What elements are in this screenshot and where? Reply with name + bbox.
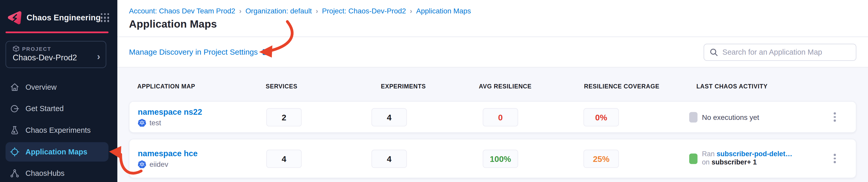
status-square-success	[689, 153, 698, 164]
column-header-services: SERVICES	[266, 83, 298, 90]
breadcrumb: Account: Chaos Dev Team Prod2 › Organiza…	[129, 7, 857, 15]
app-title: Chaos Engineering	[27, 13, 101, 22]
status-square-no-executions	[689, 112, 698, 122]
breadcrumb-separator: ›	[316, 7, 318, 15]
home-icon	[10, 83, 19, 92]
column-header-application-map: APPLICATION MAP	[137, 83, 195, 90]
table-row[interactable]: namespace hce eiidev	[129, 139, 857, 178]
kubernetes-icon	[138, 160, 146, 168]
column-header-last-chaos-activity: LAST CHAOS ACTIVITY	[696, 83, 768, 90]
flask-icon	[10, 125, 19, 135]
services-count: 2	[266, 108, 302, 126]
services-count: 4	[266, 149, 302, 168]
experiments-count: 4	[371, 149, 407, 168]
resilience-coverage-value: 0%	[584, 108, 619, 126]
application-map-cell: namespace hce eiidev	[138, 149, 197, 168]
infrastructure-name: test	[149, 118, 161, 127]
project-name: Chaos-Dev-Prod2	[13, 53, 77, 62]
breadcrumb-separator: ›	[410, 7, 412, 15]
breadcrumb-project-link[interactable]: Project: Chaos-Dev-Prod2	[322, 7, 406, 15]
toolbar: Manage Discovery in Project Settings	[117, 37, 868, 67]
sidebar-item-overview[interactable]: Overview	[0, 76, 117, 98]
application-map-search	[704, 43, 857, 61]
breadcrumb-current-page-link[interactable]: Application Maps	[416, 7, 471, 15]
breadcrumb-separator: ›	[239, 7, 242, 15]
app-window: Chaos Engineering PROJECT Chaos-Dev-Prod…	[0, 0, 868, 182]
brand-header: Chaos Engineering	[7, 9, 103, 27]
table-header-row: APPLICATION MAP SERVICES EXPERIMENTS AVG…	[129, 83, 857, 91]
column-header-avg-resilience: AVG RESILIENCE	[479, 83, 532, 90]
sidebar: Chaos Engineering PROJECT Chaos-Dev-Prod…	[0, 0, 117, 182]
breadcrumb-account-link[interactable]: Account: Chaos Dev Team Prod2	[129, 7, 235, 15]
sidebar-item-application-maps[interactable]: Application Maps	[0, 141, 117, 163]
chevron-right-icon[interactable]: ›	[97, 52, 100, 61]
last-chaos-activity-cell: Ran subscriber-pod-delet… on subscriber+…	[689, 150, 793, 167]
sidebar-item-chaoshubs[interactable]: ChaosHubs	[0, 163, 117, 182]
row-menu-kebab-icon[interactable]	[828, 110, 841, 124]
page-header: Account: Chaos Dev Team Prod2 › Organiza…	[117, 0, 868, 37]
manage-discovery-link[interactable]: Manage Discovery in Project Settings	[129, 48, 269, 57]
application-maps-table: APPLICATION MAP SERVICES EXPERIMENTS AVG…	[117, 67, 868, 182]
last-chaos-activity-cell: No executions yet	[689, 112, 759, 122]
breadcrumb-organization-link[interactable]: Organization: default	[245, 7, 312, 15]
get-started-icon	[10, 104, 19, 113]
target-icon	[10, 147, 19, 156]
column-header-experiments: EXPERIMENTS	[381, 83, 426, 90]
application-map-cell: namespace ns22 test	[138, 107, 202, 127]
search-icon	[710, 48, 718, 56]
infrastructure-name: eiidev	[149, 160, 168, 168]
sidebar-nav: Overview Get Started Chaos Experiments	[0, 76, 117, 182]
column-header-resilience-coverage: RESILIENCE COVERAGE	[584, 83, 659, 90]
page-title: Application Maps	[129, 18, 857, 30]
cube-icon	[13, 46, 19, 52]
activity-target: subscriber+ 1	[711, 158, 756, 166]
experiment-run-link[interactable]: subscriber-pod-delet…	[717, 150, 793, 158]
application-map-link[interactable]: namespace hce	[138, 149, 197, 157]
sidebar-item-chaos-experiments[interactable]: Chaos Experiments	[0, 120, 117, 141]
activity-ran-label: Ran	[702, 150, 715, 158]
row-menu-kebab-icon[interactable]	[828, 151, 841, 166]
activity-on-label: on	[702, 158, 710, 166]
external-link-icon	[261, 48, 269, 56]
table-row[interactable]: namespace ns22 test	[129, 101, 857, 133]
project-label: PROJECT	[22, 46, 51, 52]
application-map-link[interactable]: namespace ns22	[138, 107, 202, 116]
main-content: Account: Chaos Dev Team Prod2 › Organiza…	[117, 0, 868, 182]
module-grid-icon[interactable]	[101, 13, 109, 22]
avg-resilience-value: 0	[483, 108, 518, 126]
experiments-count: 4	[371, 108, 407, 126]
search-input[interactable]	[722, 48, 850, 56]
hub-network-icon	[10, 169, 19, 178]
accent-divider	[5, 31, 108, 33]
project-selector[interactable]: PROJECT Chaos-Dev-Prod2 ›	[5, 41, 106, 68]
kubernetes-icon	[138, 118, 146, 127]
harness-chaos-logo-icon	[7, 10, 22, 25]
sidebar-item-get-started[interactable]: Get Started	[0, 98, 117, 120]
avg-resilience-value: 100%	[483, 149, 518, 168]
resilience-coverage-value: 25%	[584, 149, 619, 168]
activity-text: No executions yet	[702, 113, 759, 121]
